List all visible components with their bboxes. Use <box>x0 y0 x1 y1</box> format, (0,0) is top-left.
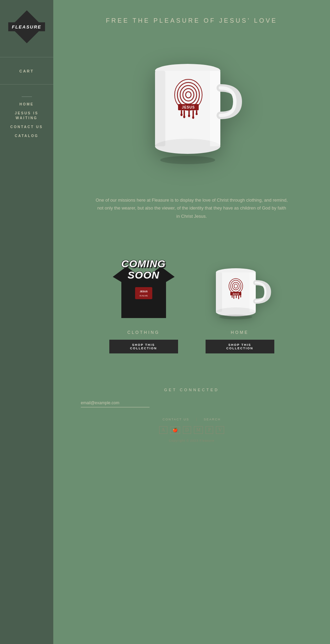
link-separator: | <box>196 418 197 421</box>
svg-point-21 <box>196 113 198 115</box>
payment-paypal-icon: P <box>206 426 213 434</box>
clothing-title: CLOTHING <box>127 330 160 335</box>
hero-mug-image: JESUS <box>137 38 247 169</box>
home-image: JESUS <box>202 255 278 323</box>
nav-home[interactable]: HOME <box>20 102 34 107</box>
diamond-bottom-icon <box>15 31 39 43</box>
shop-clothing-button[interactable]: SHOP THIS COLLECTION <box>109 340 178 353</box>
svg-point-42 <box>219 315 252 319</box>
email-input[interactable] <box>81 399 150 407</box>
payment-amex-icon: A <box>159 426 167 434</box>
mission-section: One of our missions here at Fleasure is … <box>53 176 330 241</box>
svg-point-18 <box>183 115 185 118</box>
svg-text:IS ALIVE: IS ALIVE <box>139 295 147 297</box>
footer-search-link[interactable]: SEARCH <box>204 418 221 421</box>
email-input-container <box>67 399 316 407</box>
svg-point-19 <box>188 114 190 117</box>
collection-clothing: JESUS IS ALIVE COMINGSOON CLOTHING SHOP … <box>102 255 185 353</box>
svg-rect-23 <box>135 287 152 299</box>
get-connected-label: GET CONNECTED <box>67 388 316 392</box>
sidebar: FLEASURE CART HOME JESUS ISWAITING CONTA… <box>0 0 53 644</box>
cart-section[interactable]: CART <box>0 57 53 84</box>
collections-section: JESUS IS ALIVE COMINGSOON CLOTHING SHOP … <box>53 241 330 374</box>
coming-soon-text: COMINGSOON <box>109 258 178 281</box>
svg-point-22 <box>160 156 215 164</box>
payment-mastercard-icon: M <box>194 426 203 434</box>
footer-links: CONTACT US | SEARCH <box>67 418 316 421</box>
hero-section: FREE THE PLEASURE OF JESUS' LOVE <box>53 0 330 176</box>
svg-point-20 <box>192 116 194 119</box>
diamond-top-icon <box>15 10 39 22</box>
logo-box: FLEASURE <box>8 22 45 31</box>
main-content: FREE THE PLEASURE OF JESUS' LOVE <box>53 0 330 644</box>
shop-home-button[interactable]: SHOP THIS COLLECTION <box>206 340 274 353</box>
coming-soon-overlay: JESUS IS ALIVE COMINGSOON <box>109 256 178 321</box>
payment-apple-icon: 🍎 <box>170 427 180 434</box>
payment-venmo-icon: V <box>216 426 224 434</box>
svg-rect-38 <box>233 295 234 299</box>
site-logo: FLEASURE <box>12 24 41 30</box>
logo-container: FLEASURE <box>8 10 45 43</box>
divider <box>22 97 32 97</box>
svg-rect-4 <box>210 71 220 146</box>
mission-text: One of our missions here at Fleasure is … <box>96 196 288 220</box>
hero-title: FREE THE PLEASURE OF JESUS' LOVE <box>60 17 323 24</box>
nav-catalog[interactable]: CATALOG <box>15 134 38 138</box>
svg-rect-3 <box>155 71 165 146</box>
cart-label[interactable]: CART <box>19 69 34 73</box>
copyright-text: Copyright © 2023 Fleasure <box>67 439 316 442</box>
svg-point-17 <box>180 113 183 116</box>
svg-rect-39 <box>236 295 237 298</box>
payment-discover-icon: D <box>183 426 191 434</box>
svg-rect-29 <box>216 272 222 312</box>
nav-contact[interactable]: CONTACT US <box>10 125 43 129</box>
footer-section: GET CONNECTED CONTACT US | SEARCH A 🍎 D … <box>53 374 330 453</box>
svg-text:JESUS: JESUS <box>140 290 147 293</box>
svg-rect-37 <box>232 295 233 298</box>
nav-menu: HOME JESUS ISWAITING CONTACT US CATALOG <box>0 102 53 138</box>
svg-rect-40 <box>238 295 239 299</box>
home-collection-title: HOME <box>231 330 249 335</box>
svg-rect-30 <box>250 272 256 312</box>
collection-home: JESUS HOME SHOP THIS COLLECTION <box>199 255 281 353</box>
svg-text:JESUS: JESUS <box>182 105 195 109</box>
clothing-image: JESUS IS ALIVE COMINGSOON <box>106 255 182 323</box>
svg-rect-41 <box>240 295 241 297</box>
footer-contact-link[interactable]: CONTACT US <box>163 418 189 421</box>
svg-text:JESUS: JESUS <box>232 293 239 295</box>
payment-icons: A 🍎 D M P V <box>67 426 316 434</box>
nav-jesus[interactable]: JESUS ISWAITING <box>15 111 38 121</box>
